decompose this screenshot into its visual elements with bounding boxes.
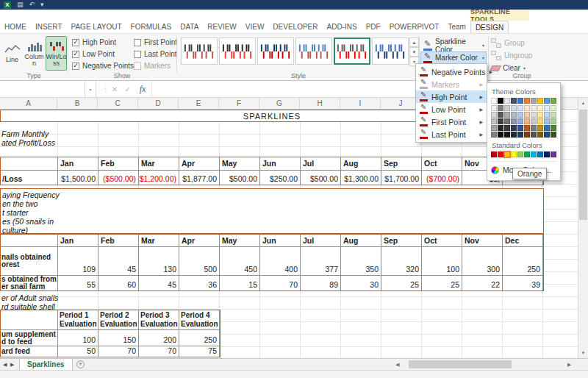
value-cell[interactable]: 30: [341, 276, 381, 290]
column-header[interactable]: I: [340, 98, 381, 109]
value-cell[interactable]: 450: [220, 247, 260, 276]
sparkline-style-thumbnail[interactable]: [372, 38, 409, 65]
ribbon-tab[interactable]: INSERT: [31, 21, 67, 33]
value-cell[interactable]: 250: [503, 247, 543, 276]
theme-color-swatch[interactable]: [491, 105, 497, 111]
standard-color-swatch[interactable]: [544, 151, 550, 157]
theme-color-swatch[interactable]: [551, 132, 556, 138]
theme-color-swatch[interactable]: [491, 98, 497, 104]
month-cell[interactable]: Jun: [260, 235, 301, 247]
theme-color-swatch[interactable]: [491, 118, 497, 124]
month-cell[interactable]: Dec: [503, 235, 543, 247]
month-cell[interactable]: Sep: [381, 157, 422, 171]
theme-color-swatch[interactable]: [511, 118, 517, 124]
gallery-scroll-up-button[interactable]: ▲: [409, 38, 419, 47]
period-header-cell[interactable]: Period 3 Evaluation: [139, 310, 179, 330]
theme-color-swatch[interactable]: [511, 98, 517, 104]
value-cell[interactable]: 400: [260, 247, 301, 276]
ribbon-tab[interactable]: POWERPIVOT: [385, 21, 444, 33]
theme-color-swatch[interactable]: [524, 98, 530, 104]
value-cell[interactable]: 100: [58, 330, 98, 346]
standard-color-swatch[interactable]: [491, 151, 497, 157]
sheet-nav-right-icon[interactable]: ▶: [10, 362, 14, 368]
standard-color-swatch[interactable]: [537, 151, 543, 157]
enter-button[interactable]: ✓: [121, 81, 135, 97]
theme-color-swatch[interactable]: [537, 98, 543, 104]
value-cell[interactable]: 109: [58, 247, 98, 276]
value-cell[interactable]: $1,877.00: [179, 171, 220, 185]
theme-color-swatch[interactable]: [504, 125, 510, 131]
theme-color-swatch[interactable]: [504, 112, 510, 118]
theme-color-swatch[interactable]: [504, 98, 510, 104]
marker-color-menu-item[interactable]: ✎ Low Point ▶: [416, 103, 487, 115]
marker-color-menu-item[interactable]: ✎ Negative Points ▶: [416, 65, 487, 78]
gallery-scroll-down-button[interactable]: ▼: [409, 47, 419, 57]
month-cell[interactable]: Oct: [422, 235, 462, 247]
scroll-up-icon[interactable]: ▲: [578, 98, 588, 108]
standard-color-swatch[interactable]: [511, 151, 517, 157]
sparkline-tools-contextual-label[interactable]: SPARKLINE TOOLS: [470, 10, 529, 21]
marker-color-menu-item[interactable]: ✎ Markers ▶: [416, 78, 487, 90]
value-cell[interactable]: 350: [341, 247, 381, 276]
row-label-cell[interactable]: /Loss: [1, 171, 58, 185]
theme-color-swatch[interactable]: [511, 132, 517, 138]
show-checkbox[interactable]: ✓ Markers: [134, 62, 177, 70]
theme-color-swatch[interactable]: [531, 118, 537, 124]
standard-color-swatch[interactable]: [498, 151, 503, 157]
line-sparkline-button[interactable]: Line: [1, 36, 23, 71]
column-header[interactable]: F: [219, 98, 259, 109]
ribbon-tab[interactable]: PDF: [362, 21, 385, 33]
theme-color-swatch[interactable]: [504, 132, 510, 138]
value-cell[interactable]: ($700.00): [422, 171, 462, 185]
column-header[interactable]: E: [179, 98, 219, 109]
theme-color-swatch[interactable]: [517, 132, 523, 138]
value-cell[interactable]: 70: [98, 346, 139, 357]
month-cell[interactable]: Jul: [301, 235, 341, 247]
show-checkbox[interactable]: ✓ First Point: [134, 38, 177, 46]
theme-color-swatch[interactable]: [517, 118, 523, 124]
theme-color-swatch[interactable]: [517, 98, 523, 104]
sheet-tab-sparklines[interactable]: Sparklines: [19, 359, 73, 370]
ribbon-tab[interactable]: DEVELOPER: [268, 21, 322, 33]
column-header[interactable]: D: [138, 98, 179, 109]
theme-color-swatch[interactable]: [551, 118, 556, 124]
theme-color-swatch[interactable]: [524, 112, 530, 118]
value-cell[interactable]: 60: [98, 276, 139, 290]
column-header[interactable]: C: [98, 98, 138, 109]
month-cell[interactable]: May: [220, 235, 260, 247]
theme-color-swatch[interactable]: [517, 112, 523, 118]
theme-color-swatch[interactable]: [531, 125, 537, 131]
marker-color-menu-item[interactable]: ✎ High Point ▶: [416, 90, 487, 103]
month-cell[interactable]: Sep: [381, 235, 422, 247]
theme-color-swatch[interactable]: [524, 125, 530, 131]
ribbon-tab[interactable]: VIEW: [241, 21, 269, 33]
theme-color-swatch[interactable]: [551, 105, 556, 111]
value-cell[interactable]: $500.00: [220, 171, 260, 185]
standard-color-swatch[interactable]: [551, 151, 556, 157]
marker-color-button[interactable]: ✎ Marker Color ▾: [420, 51, 487, 64]
theme-color-swatch[interactable]: [544, 132, 550, 138]
month-cell[interactable]: Apr: [179, 235, 220, 247]
theme-color-swatch[interactable]: [537, 112, 543, 118]
theme-color-swatch[interactable]: [544, 125, 550, 131]
name-box[interactable]: [0, 81, 85, 97]
value-cell[interactable]: $500.00: [301, 171, 341, 185]
hscroll-right-icon[interactable]: ▶: [567, 362, 571, 368]
period-header-cell[interactable]: Period 2 Evaluation: [98, 310, 139, 330]
month-cell[interactable]: Mar: [139, 157, 179, 171]
sparkline-style-thumbnail[interactable]: [219, 38, 256, 65]
show-checkbox[interactable]: ✓ High Point: [72, 38, 134, 46]
theme-color-swatch[interactable]: [524, 118, 530, 124]
theme-color-swatch[interactable]: [498, 112, 503, 118]
value-cell[interactable]: 55: [58, 276, 98, 290]
marker-color-menu-item[interactable]: ✎ Last Point ▶: [416, 128, 487, 140]
value-cell[interactable]: 250: [179, 330, 220, 346]
theme-color-swatch[interactable]: [511, 112, 517, 118]
column-header[interactable]: A: [0, 98, 57, 109]
column-header[interactable]: G: [259, 98, 300, 109]
value-cell[interactable]: $1,300.00: [341, 171, 381, 185]
sparkline-style-thumbnail[interactable]: [295, 38, 332, 65]
period-header-cell[interactable]: Period 4 Evaluation: [179, 310, 220, 330]
theme-color-swatch[interactable]: [544, 105, 550, 111]
value-cell[interactable]: 70: [260, 276, 301, 290]
